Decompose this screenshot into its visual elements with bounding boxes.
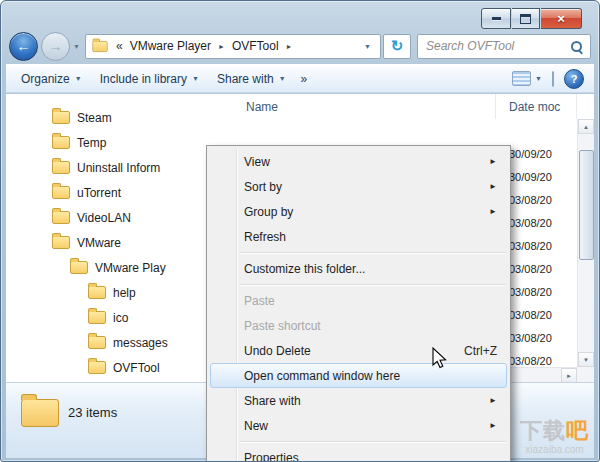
folder-name: Temp xyxy=(77,136,106,150)
menu-item-label: Properties xyxy=(244,451,497,462)
address-bar[interactable]: « VMware Player ► OVFTool ► ▼ xyxy=(85,34,381,59)
menu-separator xyxy=(240,441,506,442)
menu-item-label: Paste shortcut xyxy=(244,319,497,333)
scroll-down-icon: ▼ xyxy=(583,357,589,363)
refresh-button[interactable]: ↻ xyxy=(383,34,411,59)
scroll-right-icon: ► xyxy=(566,373,572,379)
folder-icon xyxy=(52,111,70,124)
minimize-icon xyxy=(492,17,501,20)
menu-item-refresh[interactable]: Refresh xyxy=(210,224,507,249)
sidebar-item-videolan[interactable]: VideoLAN xyxy=(6,205,236,230)
breadcrumb-separator-icon[interactable]: ► xyxy=(283,43,296,50)
menu-item-open-command-window-here[interactable]: Open command window here xyxy=(210,363,507,388)
menu-item-label: View xyxy=(244,155,489,169)
folder-icon xyxy=(88,311,106,324)
watermark-text: 下载 xyxy=(520,418,566,443)
screenshot: × ← → ▼ « VMware Player ► OVFTool ► ▼ ↻ xyxy=(0,0,600,462)
back-arrow-icon: ← xyxy=(17,38,31,54)
column-header-date-label: Date moc xyxy=(509,100,560,114)
menu-item-properties[interactable]: Properties xyxy=(210,445,507,462)
folder-name: Uninstall Inform xyxy=(77,161,160,175)
menu-item-customize-this-folder[interactable]: Customize this folder... xyxy=(210,256,507,281)
forward-button[interactable]: → xyxy=(41,32,70,61)
folder-name: messages xyxy=(113,336,168,350)
menu-item-label: Share with xyxy=(244,394,489,408)
menu-item-label: Sort by xyxy=(244,180,489,194)
address-history-dropdown-icon[interactable]: ▼ xyxy=(360,43,375,50)
command-bar: Organize ▼ Include in library ▼ Share wi… xyxy=(6,64,594,93)
column-header-name[interactable]: Name xyxy=(236,94,496,119)
breadcrumb-separator-icon[interactable]: ► xyxy=(215,43,228,50)
menu-item-label: Customize this folder... xyxy=(244,262,497,276)
scroll-down-button[interactable]: ▼ xyxy=(578,352,594,367)
change-view-button[interactable]: ▼ xyxy=(512,71,542,86)
chevron-down-icon: ▼ xyxy=(535,75,542,82)
sidebar-item-messages[interactable]: messages xyxy=(6,330,236,355)
search-input[interactable] xyxy=(418,35,570,58)
help-icon: ? xyxy=(571,73,578,85)
sidebar-item-temp[interactable]: Temp xyxy=(6,130,236,155)
vertical-scrollbar[interactable]: ▲ ▼ xyxy=(577,119,594,367)
submenu-arrow-icon: ► xyxy=(489,157,497,166)
scroll-up-icon: ▲ xyxy=(583,124,589,130)
sidebar-item-ico[interactable]: ico xyxy=(6,305,236,330)
minimize-button[interactable] xyxy=(481,8,511,29)
vertical-scrollbar-thumb[interactable] xyxy=(579,150,594,260)
folder-icon xyxy=(52,136,70,149)
breadcrumb-item-vmware-player[interactable]: VMware Player xyxy=(126,39,215,53)
folder-tree: SteamTempUninstall InformuTorrentVideoLA… xyxy=(6,94,236,383)
menu-item-new[interactable]: New► xyxy=(210,413,507,438)
share-with-button[interactable]: Share with ▼ xyxy=(208,68,295,90)
maximize-button[interactable] xyxy=(512,8,540,29)
sidebar-item-utorrent[interactable]: uTorrent xyxy=(6,180,236,205)
preview-pane-button[interactable] xyxy=(552,72,554,86)
menu-item-paste-shortcut: Paste shortcut xyxy=(210,313,507,338)
forward-arrow-icon: → xyxy=(49,38,63,54)
toolbar-overflow-icon: » xyxy=(301,72,308,86)
context-menu: View►Sort by►Group by►RefreshCustomize t… xyxy=(206,145,511,462)
folder-icon xyxy=(88,336,106,349)
breadcrumb-overflow-icon[interactable]: « xyxy=(116,39,123,53)
menu-item-label: Open command window here xyxy=(244,369,497,383)
menu-item-undo-delete[interactable]: Undo DeleteCtrl+Z xyxy=(210,338,507,363)
preview-pane-icon xyxy=(552,71,554,87)
watermark: 下载吧 xiazaiba.com xyxy=(520,418,589,455)
chevron-down-icon: ▼ xyxy=(279,75,286,82)
sidebar-item-uninstall-inform[interactable]: Uninstall Inform xyxy=(6,155,236,180)
sidebar-item-vmware[interactable]: VMware xyxy=(6,230,236,255)
folder-icon xyxy=(21,399,59,427)
recent-pages-dropdown[interactable]: ▼ xyxy=(70,43,85,50)
menu-item-view[interactable]: View► xyxy=(210,149,507,174)
organize-button[interactable]: Organize ▼ xyxy=(12,68,91,90)
sidebar-item-vmware-play[interactable]: VMware Play xyxy=(6,255,236,280)
breadcrumb-item-ovftool[interactable]: OVFTool xyxy=(228,39,283,53)
navigation-bar: ← → ▼ « VMware Player ► OVFTool ► ▼ ↻ xyxy=(9,30,591,62)
search-icon xyxy=(570,40,583,53)
include-in-library-label: Include in library xyxy=(100,72,187,86)
scroll-right-button[interactable]: ► xyxy=(561,368,577,383)
close-button[interactable]: × xyxy=(541,8,582,29)
back-button[interactable]: ← xyxy=(9,32,38,61)
toolbar-overflow-button[interactable]: » xyxy=(295,68,314,90)
scroll-up-button[interactable]: ▲ xyxy=(578,119,594,134)
toolbar-right-group: ▼ ? xyxy=(512,69,588,89)
item-count: 23 items xyxy=(68,405,117,420)
sidebar-item-steam[interactable]: Steam xyxy=(6,105,236,130)
menu-item-group-by[interactable]: Group by► xyxy=(210,199,507,224)
watermark-text-accent: 吧 xyxy=(566,418,589,443)
chevron-down-icon: ▼ xyxy=(75,75,82,82)
refresh-icon: ↻ xyxy=(391,37,404,55)
column-header-date-modified[interactable]: Date moc xyxy=(496,94,577,119)
folder-icon xyxy=(88,286,106,299)
sidebar-item-ovftool[interactable]: OVFTool xyxy=(6,355,236,380)
submenu-arrow-icon: ► xyxy=(489,421,497,430)
help-button[interactable]: ? xyxy=(564,69,584,89)
menu-item-share-with[interactable]: Share with► xyxy=(210,388,507,413)
submenu-arrow-icon: ► xyxy=(489,207,497,216)
menu-item-sort-by[interactable]: Sort by► xyxy=(210,174,507,199)
folder-icon xyxy=(70,261,88,274)
folder-name: uTorrent xyxy=(77,186,121,200)
sidebar-item-help[interactable]: help xyxy=(6,280,236,305)
menu-item-label: Refresh xyxy=(244,230,497,244)
include-in-library-button[interactable]: Include in library ▼ xyxy=(91,68,208,90)
